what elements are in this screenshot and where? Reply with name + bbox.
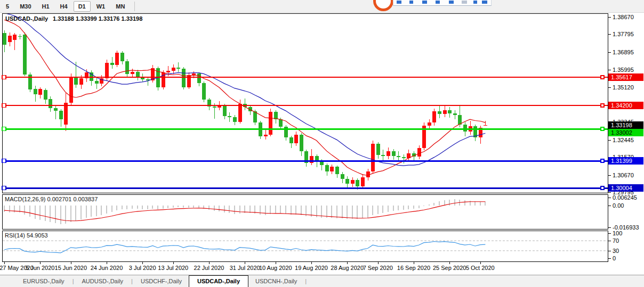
- price-badge: 1.33198: [608, 121, 643, 129]
- clipped-icon[interactable]: [473, 1, 477, 4]
- time-tick-mark: [40, 262, 41, 264]
- rsi-label: RSI(14) 54.9053: [5, 232, 48, 239]
- axis-tick-mark: [608, 241, 611, 241]
- axis-tick-mark: [608, 52, 611, 53]
- date-label: 22 Jul 2020: [194, 265, 224, 271]
- time-axis: 27 May 20205 Jun 202015 Jun 202024 Jun 2…: [0, 262, 608, 275]
- macd-label: MACD(12,26,9) 0.002701 0.003837: [5, 196, 98, 202]
- clipped-icon[interactable]: [482, 1, 487, 4]
- chart-ohlc-values: 1.33188 1.33399 1.33176 1.33198: [53, 15, 142, 22]
- price-tick-label: 1.35995: [613, 67, 634, 73]
- price-tick-label: 1.36895: [613, 49, 634, 55]
- price-badge: 1.30004: [608, 184, 643, 192]
- date-label: 10 Aug 2020: [259, 265, 292, 271]
- axis-tick-mark: [608, 206, 611, 206]
- time-tick-mark: [4, 262, 5, 264]
- rsi-indicator-panel[interactable]: [2, 231, 608, 262]
- date-label: 7 Sep 2020: [363, 265, 393, 271]
- price-badge: 1.34200: [608, 102, 643, 109]
- tab-eurusd-daily[interactable]: EURUSD-,Daily: [16, 275, 71, 287]
- chart-tabs-bar: EURUSD-,Daily|AUDUSD-,Daily|USDCHF-,Dail…: [0, 275, 644, 287]
- clipped-icon[interactable]: [397, 1, 401, 4]
- time-tick-mark: [449, 262, 450, 264]
- axis-tick-mark: [608, 87, 611, 88]
- date-label: 16 Sep 2020: [397, 265, 430, 271]
- price-tick-label: 1.38670: [613, 14, 634, 20]
- date-label: 28 Aug 2020: [331, 265, 364, 271]
- clipped-toolbar-icons: [393, 0, 492, 6]
- axis-tick-mark: [608, 175, 611, 176]
- timeframe-button-mn[interactable]: MN: [111, 1, 130, 12]
- axis-tick-mark: [608, 227, 611, 228]
- chart-title: USDCAD-,Daily1.33188 1.33399 1.33176 1.3…: [5, 15, 142, 22]
- axis-tick-mark: [608, 192, 611, 193]
- time-tick-mark: [71, 262, 71, 264]
- price-badge: 1.31399: [608, 157, 643, 165]
- toolbar-separator: [134, 2, 135, 11]
- clipped-icon[interactable]: [422, 1, 427, 4]
- macd-axis-label: 0.00: [613, 202, 624, 209]
- tab-usdcad-daily[interactable]: USDCAD-,Daily: [189, 275, 248, 287]
- time-tick-mark: [480, 262, 481, 264]
- tab-separator: |: [304, 275, 308, 287]
- chart-symbol-label: USDCAD-,Daily: [5, 15, 48, 22]
- axis-tick-mark: [608, 258, 611, 259]
- time-tick-mark: [245, 262, 245, 264]
- rsi-axis-label: 30: [613, 248, 619, 254]
- time-tick-mark: [173, 262, 174, 264]
- macd-axis-label: 0.006245: [613, 194, 637, 201]
- time-tick-mark: [311, 262, 312, 264]
- price-badge: 1.33002: [608, 129, 643, 136]
- timeframe-button-m30[interactable]: M30: [15, 1, 36, 12]
- date-label: 19 Aug 2020: [295, 265, 328, 271]
- axis-tick-mark: [608, 140, 611, 141]
- time-tick-mark: [347, 262, 348, 264]
- tab-separator: |: [71, 275, 75, 287]
- price-badge: 1.35617: [608, 73, 643, 81]
- axis-tick-mark: [608, 34, 611, 35]
- tab-usdchf-daily[interactable]: USDCHF-,Daily: [134, 275, 189, 287]
- tab-audusd-daily[interactable]: AUDUSD-,Daily: [75, 275, 130, 287]
- time-tick-mark: [107, 262, 107, 264]
- timeframe-toolbar: 5M30H1H4D1W1MN: [0, 0, 644, 13]
- price-tick-label: 1.35120: [613, 84, 634, 91]
- timeframe-button-d1[interactable]: D1: [74, 1, 91, 12]
- date-label: 31 Jul 2020: [230, 265, 260, 271]
- date-label: 25 Sep 2020: [433, 265, 466, 271]
- date-label: 15 Jun 2020: [55, 265, 87, 271]
- axis-tick-mark: [608, 70, 611, 70]
- date-label: 24 Jun 2020: [91, 265, 123, 271]
- rsi-axis-label: 70: [613, 237, 619, 244]
- time-tick-mark: [209, 262, 210, 264]
- clipped-icon[interactable]: [449, 1, 454, 4]
- date-label: 3 Jul 2020: [129, 265, 156, 271]
- mt4-terminal-window: 5M30H1H4D1W1MN USDCAD-,Daily1.33188 1.33…: [0, 0, 644, 287]
- date-label: 5 Jun 2020: [26, 265, 54, 271]
- price-tick-label: 1.32445: [613, 137, 634, 143]
- clipped-icon[interactable]: [436, 1, 440, 4]
- time-tick-mark: [276, 262, 276, 264]
- timeframe-button-5[interactable]: 5: [1, 1, 14, 12]
- axis-tick-mark: [608, 17, 611, 18]
- date-label: 13 Jul 2020: [158, 265, 188, 271]
- axis-tick-mark: [608, 198, 611, 198]
- clipped-icon[interactable]: [409, 1, 413, 4]
- time-tick-mark: [142, 262, 143, 264]
- price-axis: 1.386701.377951.368951.359951.351201.333…: [608, 0, 644, 287]
- time-tick-mark: [414, 262, 414, 264]
- clipped-icon[interactable]: [462, 1, 467, 4]
- timeframe-button-h1[interactable]: H1: [37, 1, 54, 12]
- timeframe-button-h4[interactable]: H4: [55, 1, 73, 12]
- date-label: 5 Oct 2020: [466, 265, 495, 271]
- timeframe-button-w1[interactable]: W1: [92, 1, 110, 12]
- rsi-axis-label: 100: [613, 230, 622, 236]
- axis-tick-mark: [608, 233, 611, 234]
- main-chart-panel[interactable]: [2, 13, 608, 193]
- price-tick-label: 1.30670: [613, 172, 634, 178]
- rsi-axis-label: 0: [613, 255, 616, 261]
- time-tick-mark: [378, 262, 379, 264]
- tab-separator: |: [130, 275, 134, 287]
- axis-tick-mark: [608, 251, 611, 251]
- tab-usdcnh-daily[interactable]: USDCNH-,Daily: [248, 275, 304, 287]
- price-tick-label: 1.37795: [613, 31, 634, 37]
